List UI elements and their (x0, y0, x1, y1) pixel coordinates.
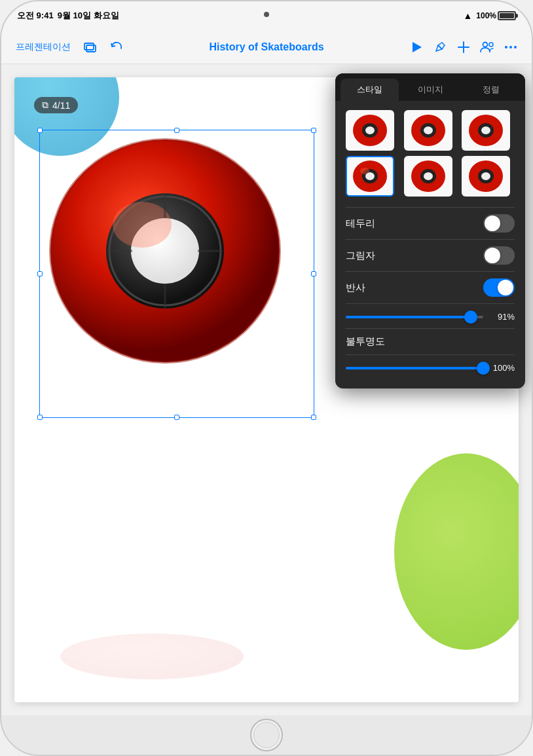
svg-point-8 (509, 46, 512, 48)
svg-point-5 (483, 42, 488, 47)
slides-panel-icon[interactable] (80, 37, 101, 58)
home-button-inner (253, 722, 280, 748)
shadow-toggle[interactable] (483, 246, 515, 265)
svg-point-26 (424, 126, 433, 134)
home-button[interactable] (250, 719, 283, 751)
reflection-setting-row: 반사 (346, 271, 515, 303)
toolbar-actions (406, 37, 521, 58)
slide-counter-text: 4/11 (52, 100, 70, 111)
selection-handle-tr[interactable] (311, 128, 316, 133)
svg-point-39 (481, 172, 490, 180)
battery-indicator: 100% (476, 11, 516, 20)
camera-dot (264, 12, 269, 17)
style-thumb-3[interactable] (462, 110, 510, 151)
border-toggle[interactable] (483, 214, 515, 233)
svg-marker-2 (413, 42, 422, 52)
opacity-slider-section: 100% (346, 354, 515, 379)
reflection-label: 반사 (346, 282, 365, 294)
style-thumb-1[interactable] (346, 110, 394, 151)
status-time: 오전 9:41 (17, 10, 54, 22)
pen-tool-icon[interactable] (430, 37, 450, 58)
reflection-slider-thumb[interactable] (464, 311, 477, 324)
battery-percent: 100% (476, 11, 496, 20)
tab-image[interactable]: 이미지 (401, 79, 460, 101)
selection-handle-br[interactable] (311, 415, 316, 420)
opacity-slider-row: 100% (346, 363, 515, 373)
status-indicators: ▲ 100% (463, 10, 516, 21)
device-frame: 오전 9:41 9월 10일 화요일 ▲ 100% 프레젠테이션 (0, 0, 533, 756)
tab-arrange[interactable]: 정렬 (462, 79, 520, 101)
tab-style[interactable]: 스타일 (340, 79, 399, 101)
document-title: History of Skateboards (132, 41, 401, 53)
style-thumb-6[interactable] (462, 156, 510, 197)
style-thumbnails-grid (346, 110, 515, 197)
home-bar (1, 715, 532, 755)
opacity-slider-fill (346, 367, 483, 369)
skateboard-wheel-image[interactable] (41, 130, 303, 405)
bg-circle-green (394, 453, 519, 650)
selection-handle-bl[interactable] (37, 415, 43, 420)
shadow-toggle-knob (485, 248, 500, 263)
shadow-setting-row: 그림자 (346, 239, 515, 271)
battery-fill (500, 13, 514, 18)
svg-point-36 (424, 172, 433, 180)
shadow-label: 그림자 (346, 250, 375, 262)
svg-point-7 (505, 46, 507, 48)
svg-point-9 (514, 46, 517, 48)
status-date: 9월 10일 화요일 (58, 10, 119, 22)
slide-counter-icon: ⧉ (42, 100, 48, 111)
svg-point-15 (113, 202, 172, 248)
slide-counter-badge: ⧉ 4/11 (34, 97, 78, 113)
style-thumb-4[interactable] (346, 156, 394, 197)
wifi-icon: ▲ (463, 10, 472, 21)
style-thumb-5[interactable] (404, 156, 452, 197)
reflection-slider-fill (346, 316, 471, 318)
play-button[interactable] (406, 37, 427, 58)
border-toggle-knob (485, 216, 500, 231)
wheel-svg (41, 130, 289, 379)
style-thumb-2[interactable] (404, 110, 452, 151)
reflection-slider-track[interactable] (346, 316, 483, 318)
border-label: 테두리 (346, 217, 375, 230)
main-content: ⧉ 4/11 스타일 이미지 정렬 (1, 64, 532, 715)
opacity-setting-row: 불투명도 (346, 328, 515, 354)
opacity-slider-track[interactable] (346, 367, 483, 369)
opacity-slider-thumb[interactable] (477, 362, 490, 375)
svg-point-33 (360, 168, 369, 174)
wheel-reflection (47, 630, 257, 683)
svg-point-23 (365, 126, 375, 134)
reflection-slider-row: 91% (346, 312, 515, 322)
reflection-toggle[interactable] (483, 278, 515, 297)
selection-handle-bm[interactable] (174, 415, 179, 420)
more-options-icon[interactable] (500, 37, 521, 58)
panel-tabs: 스타일 이미지 정렬 (335, 73, 525, 101)
undo-icon[interactable] (106, 37, 127, 58)
svg-point-29 (481, 126, 490, 134)
status-time-date: 오전 9:41 9월 10일 화요일 (17, 10, 119, 22)
selection-handle-mr[interactable] (311, 271, 316, 276)
add-button[interactable] (453, 37, 474, 58)
reflection-slider-value: 91% (490, 312, 515, 322)
opacity-label: 불투명도 (346, 335, 385, 348)
format-panel: 스타일 이미지 정렬 (335, 73, 525, 388)
panel-body: 테두리 그림자 반사 (335, 101, 525, 388)
collaborate-icon[interactable] (477, 37, 498, 58)
battery-bar (498, 11, 516, 20)
opacity-slider-value: 100% (490, 363, 515, 373)
reflection-slider-section: 91% (346, 303, 515, 328)
svg-point-6 (489, 43, 493, 47)
svg-point-20 (60, 633, 244, 679)
toolbar: 프레젠테이션 History of Skateboards (1, 30, 532, 64)
presentation-button[interactable]: 프레젠테이션 (12, 39, 75, 56)
border-setting-row: 테두리 (346, 207, 515, 239)
reflection-toggle-knob (498, 280, 513, 295)
